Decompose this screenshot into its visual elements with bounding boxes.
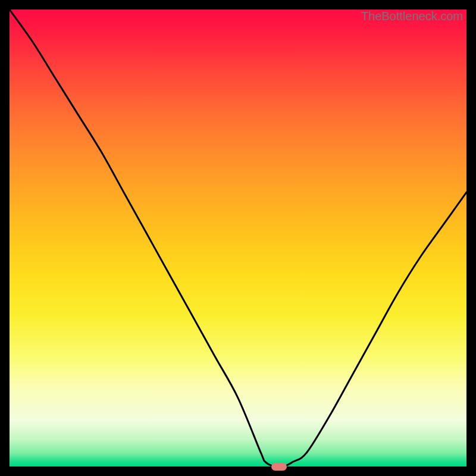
optimal-point-marker (271, 463, 287, 471)
chart-plot-area: TheBottleneck.com (10, 10, 466, 466)
watermark-text: TheBottleneck.com (361, 10, 463, 23)
bottleneck-curve (10, 10, 466, 466)
chart-frame: TheBottleneck.com (0, 0, 476, 476)
